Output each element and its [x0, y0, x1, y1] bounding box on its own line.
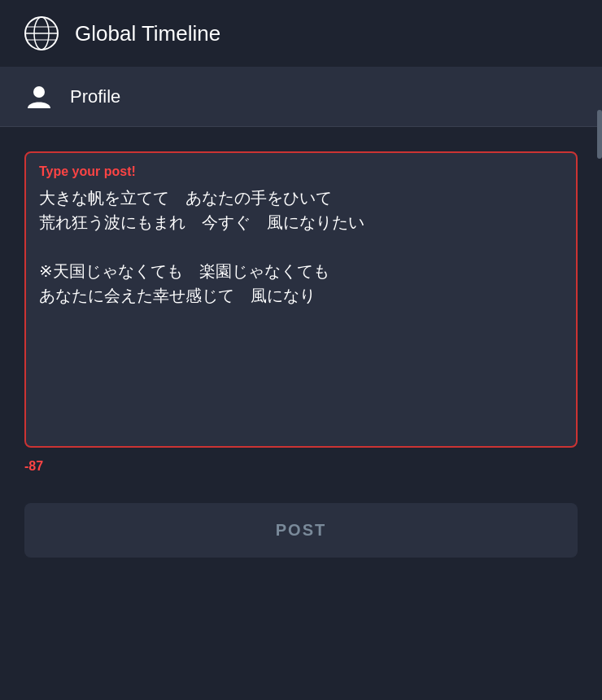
main-content: Type your post! -87 POST: [0, 127, 602, 574]
svg-point-5: [33, 86, 45, 98]
person-icon: [24, 82, 54, 112]
char-count: -87: [24, 456, 578, 487]
profile-label: Profile: [70, 86, 120, 107]
post-textarea[interactable]: [26, 182, 576, 443]
header-title: Global Timeline: [75, 21, 220, 46]
post-placeholder: Type your post!: [26, 153, 576, 182]
globe-icon: [24, 16, 59, 50]
scrollbar-thumb[interactable]: [597, 110, 602, 159]
post-card: Type your post!: [24, 151, 578, 448]
profile-bar[interactable]: Profile: [0, 68, 602, 127]
post-button[interactable]: POST: [24, 503, 578, 558]
app-header: Global Timeline: [0, 0, 602, 68]
